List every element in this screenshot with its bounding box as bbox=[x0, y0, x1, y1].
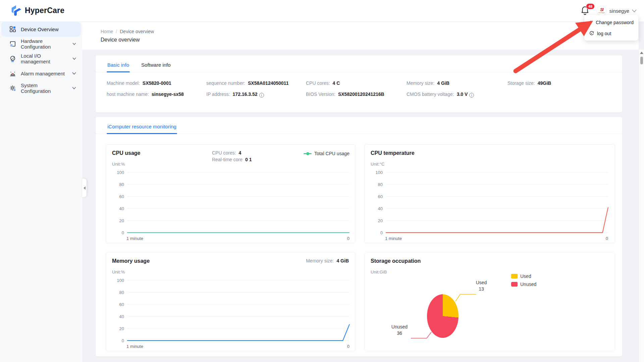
scrollbar-thumb[interactable] bbox=[640, 57, 643, 64]
collapse-arrow-icon bbox=[84, 186, 86, 190]
logout-icon bbox=[589, 31, 594, 36]
sidebar-item-label: Device Overview bbox=[21, 26, 59, 32]
cpu-usage-legend: Total CPU usage bbox=[304, 151, 350, 156]
cpu-temperature-chart-card: CPU temperature Unit:°C 1008060402001 mi… bbox=[365, 144, 615, 243]
sidebar-item-system-configuration[interactable]: System Configuration bbox=[1, 81, 81, 96]
chevron-down-icon bbox=[72, 87, 76, 89]
logo-text: HyperCare bbox=[25, 6, 64, 15]
svg-text:60: 60 bbox=[119, 194, 124, 199]
info-icon[interactable]: i bbox=[259, 93, 264, 98]
grid-icon bbox=[9, 26, 16, 33]
legend-swatch-used bbox=[511, 274, 518, 279]
basic-info-card: Basic info Software info Machine model:S… bbox=[96, 55, 622, 112]
field-cmos-battery-voltage: CMOS battery voltage:3.0 Vi bbox=[407, 92, 507, 98]
svg-text:60: 60 bbox=[119, 302, 124, 307]
chevron-down-icon bbox=[72, 57, 76, 60]
memory-usage-line-chart: 1008060402001 minute0 bbox=[112, 274, 350, 350]
tab-software-info[interactable]: Software info bbox=[141, 55, 171, 72]
svg-text:100: 100 bbox=[117, 278, 124, 283]
sidebar: Device Overview Hardware Configuration I… bbox=[0, 22, 82, 362]
svg-text:0: 0 bbox=[606, 236, 608, 241]
cpu-temperature-line-chart: 1008060402001 minute0 bbox=[370, 166, 609, 242]
memory-size-info: Memory size:4 GiB bbox=[306, 258, 349, 263]
legend-swatch-unused bbox=[511, 282, 518, 287]
svg-text:0: 0 bbox=[347, 236, 350, 241]
menu-item-change-password[interactable]: Change password bbox=[584, 17, 638, 28]
legend-line-dot-marker bbox=[304, 153, 312, 154]
notification-badge: 48 bbox=[586, 3, 595, 9]
sidebar-item-label: System Configuration bbox=[21, 82, 67, 94]
monitoring-card: iComputer resource monitoring CPU usage … bbox=[96, 117, 622, 356]
chevron-down-icon bbox=[72, 72, 76, 75]
user-dropdown-menu: Change password log out bbox=[584, 15, 638, 41]
chart-title: CPU temperature bbox=[371, 150, 415, 156]
monitoring-tabs: iComputer resource monitoring bbox=[96, 117, 622, 134]
svg-text:20: 20 bbox=[119, 218, 124, 223]
svg-text:20: 20 bbox=[119, 326, 124, 331]
pie-label-unused: Unused36 bbox=[388, 324, 411, 337]
notifications-button[interactable]: 48 bbox=[581, 6, 591, 16]
cpu-cores-info: CPU cores:4 Real-time core0 1 bbox=[212, 149, 252, 163]
svg-text:0: 0 bbox=[122, 230, 124, 235]
breadcrumb: Home/Device overview bbox=[101, 29, 154, 34]
field-storage-size: Storage size:49GiB bbox=[507, 80, 619, 86]
sidebar-collapse-handle[interactable] bbox=[82, 179, 87, 197]
chevron-down-icon bbox=[72, 43, 76, 45]
breadcrumb-home[interactable]: Home bbox=[101, 29, 113, 34]
svg-text:I/O: I/O bbox=[12, 58, 14, 60]
alarm-icon bbox=[9, 70, 16, 77]
tab-icomputer-resource-monitoring[interactable]: iComputer resource monitoring bbox=[107, 117, 177, 134]
svg-text:20: 20 bbox=[378, 218, 383, 223]
field-memory-size: Memory size:4 GiB bbox=[407, 80, 507, 86]
menu-item-log-out[interactable]: log out bbox=[584, 28, 638, 39]
svg-text:40: 40 bbox=[119, 206, 124, 211]
app-logo: HyperCare bbox=[9, 4, 64, 17]
info-tabs: Basic info Software info bbox=[96, 55, 622, 72]
field-bios-version: BIOS Version:SX58200120241216B bbox=[306, 92, 407, 98]
chevron-down-icon bbox=[632, 9, 637, 12]
field-cpu-cores: CPU cores:4 C bbox=[306, 80, 407, 86]
scroll-up-arrow-icon[interactable] bbox=[640, 52, 643, 54]
info-icon[interactable]: i bbox=[469, 93, 474, 98]
svg-text:100: 100 bbox=[117, 170, 124, 175]
sidebar-item-label: Local I/O management bbox=[21, 53, 68, 64]
chart-title: Storage occupation bbox=[371, 258, 421, 264]
svg-text:1 minute: 1 minute bbox=[385, 236, 402, 241]
user-menu-trigger[interactable]: SIsinsegye sinsegye bbox=[597, 6, 637, 16]
memory-usage-chart-card: Memory usage Memory size:4 GiB Unit:% 10… bbox=[106, 252, 355, 351]
svg-text:100: 100 bbox=[375, 170, 383, 175]
sidebar-item-local-io-management[interactable]: I/O Local I/O management bbox=[1, 51, 81, 66]
svg-text:80: 80 bbox=[378, 182, 383, 187]
gear-icon bbox=[9, 85, 16, 92]
cpu-usage-line-chart: 1008060402001 minute0 bbox=[112, 166, 350, 242]
field-sequence-number: sequence number:SX58A0124050011 bbox=[206, 80, 306, 86]
field-ip-address: IP address:172.16.3.52i bbox=[206, 92, 306, 98]
chart-title: CPU usage bbox=[112, 150, 140, 156]
svg-text:0: 0 bbox=[347, 344, 350, 349]
storage-pie-chart bbox=[427, 294, 459, 338]
storage-legend: Used Unused bbox=[511, 272, 536, 288]
sidebar-item-alarm-management[interactable]: Alarm management bbox=[1, 66, 81, 81]
scrollbar[interactable] bbox=[639, 50, 644, 362]
sidebar-item-label: Hardware Configuration bbox=[21, 38, 68, 50]
field-host-machine-name: host machine name:sinsegye-sx58 bbox=[107, 92, 206, 98]
sidebar-item-hardware-configuration[interactable]: Hardware Configuration bbox=[1, 37, 81, 51]
sidebar-item-label: Alarm management bbox=[21, 71, 65, 76]
hardware-icon bbox=[9, 41, 16, 47]
sidebar-item-device-overview[interactable]: Device Overview bbox=[1, 22, 81, 37]
svg-text:80: 80 bbox=[119, 290, 124, 295]
key-icon bbox=[589, 20, 593, 25]
unit-label: Unit:°C bbox=[371, 162, 384, 167]
avatar: SIsinsegye bbox=[597, 6, 607, 16]
pie-label-used: Used13 bbox=[472, 280, 491, 292]
cpu-usage-chart-card: CPU usage CPU cores:4 Real-time core0 1 … bbox=[106, 144, 355, 243]
svg-text:1 minute: 1 minute bbox=[126, 344, 143, 349]
svg-text:0: 0 bbox=[122, 338, 124, 343]
svg-text:1 minute: 1 minute bbox=[126, 236, 143, 241]
tab-basic-info[interactable]: Basic info bbox=[107, 55, 130, 72]
chart-title: Memory usage bbox=[112, 258, 150, 264]
page-title: Device overview bbox=[101, 37, 140, 43]
svg-text:0: 0 bbox=[380, 230, 383, 235]
breadcrumb-current: Device overview bbox=[120, 29, 154, 34]
unit-label: Unit:% bbox=[112, 269, 125, 275]
